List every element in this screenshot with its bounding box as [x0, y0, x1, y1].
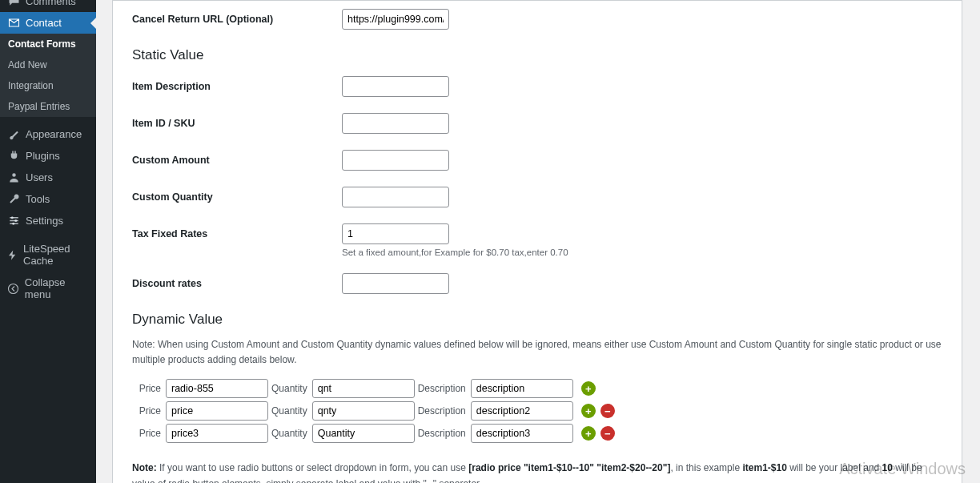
tax-hint: Set a fixed amount,for Example for $0.70… — [342, 248, 568, 257]
price-input[interactable] — [166, 401, 268, 421]
price-input[interactable] — [166, 424, 268, 443]
sidebar-item-label: Tools — [26, 193, 50, 205]
sidebar-item-users[interactable]: Users — [0, 167, 96, 188]
bolt-icon — [6, 249, 18, 261]
tax-label: Tax Fixed Rates — [132, 223, 342, 239]
remove-row-button[interactable]: − — [600, 426, 615, 441]
sidebar-item-settings[interactable]: Settings — [0, 210, 96, 231]
price-input[interactable] — [166, 379, 268, 398]
main-content: Cancel Return URL (Optional) Static Valu… — [96, 0, 980, 483]
item-id-label: Item ID / SKU — [132, 113, 342, 129]
qty-label: Quantity — [271, 405, 309, 417]
svg-point-4 — [8, 284, 18, 293]
sidebar-item-label: Collapse menu — [25, 276, 90, 300]
cancel-url-label: Cancel Return URL (Optional) — [132, 9, 342, 25]
user-icon — [6, 171, 21, 183]
admin-sidebar: Comments Contact Contact Forms Add New I… — [0, 0, 96, 483]
sidebar-item-appearance[interactable]: Appearance — [0, 123, 96, 145]
qty-input[interactable] — [312, 379, 415, 398]
brush-icon — [6, 128, 21, 140]
sidebar-item-label: Users — [26, 171, 53, 183]
svg-point-2 — [14, 219, 17, 222]
static-section-title: Static Value — [132, 38, 942, 68]
desc-label: Description — [418, 405, 468, 417]
custom-qty-input[interactable] — [342, 187, 449, 207]
discount-input[interactable] — [342, 273, 449, 294]
desc-input[interactable] — [471, 379, 573, 398]
desc-label: Description — [418, 428, 468, 439]
radio-note: Note: If you want to use radio buttons o… — [132, 456, 942, 483]
sidebar-item-contact[interactable]: Contact — [0, 12, 96, 34]
comment-icon — [6, 0, 21, 7]
qty-label: Quantity — [271, 383, 309, 394]
svg-point-0 — [12, 173, 16, 177]
mail-icon — [6, 17, 21, 29]
dynamic-row: Price Quantity Description + − — [132, 400, 942, 422]
sidebar-item-comments[interactable]: Comments — [0, 0, 96, 12]
sliders-icon — [6, 215, 21, 227]
price-label: Price — [132, 428, 163, 439]
desc-input[interactable] — [471, 424, 573, 443]
dynamic-rows: Price Quantity Description + Price Quant… — [132, 372, 942, 445]
plug-icon — [6, 150, 21, 162]
dynamic-row: Price Quantity Description + − — [132, 422, 942, 445]
dynamic-row: Price Quantity Description + — [132, 377, 942, 400]
add-row-button[interactable]: + — [581, 426, 596, 441]
collapse-icon — [6, 283, 20, 295]
item-id-input[interactable] — [342, 113, 449, 134]
settings-panel: Cancel Return URL (Optional) Static Valu… — [112, 0, 962, 483]
custom-amount-label: Custom Amount — [132, 150, 342, 166]
add-row-button[interactable]: + — [581, 404, 596, 418]
desc-label: Description — [418, 383, 468, 394]
dynamic-section-title: Dynamic Value — [132, 302, 942, 332]
remove-row-button[interactable]: − — [600, 404, 615, 418]
svg-point-3 — [12, 223, 14, 225]
price-label: Price — [132, 405, 163, 417]
sidebar-item-label: LiteSpeed Cache — [23, 243, 90, 267]
note-prefix: Note: — [132, 462, 159, 473]
sidebar-item-label: Contact — [26, 17, 62, 29]
custom-qty-label: Custom Quantity — [132, 187, 342, 203]
add-row-button[interactable]: + — [581, 381, 596, 396]
item-desc-label: Item Description — [132, 76, 342, 92]
sidebar-collapse[interactable]: Collapse menu — [0, 272, 96, 305]
sidebar-item-label: Plugins — [26, 150, 60, 162]
discount-label: Discount rates — [132, 273, 342, 289]
sidebar-subitem-addnew[interactable]: Add New — [0, 54, 96, 75]
price-label: Price — [132, 383, 163, 394]
sidebar-subitem-integ[interactable]: Integration — [0, 75, 96, 96]
wrench-icon — [6, 193, 21, 205]
dynamic-note: Note: When using Custom Amount and Custo… — [132, 332, 942, 372]
sidebar-submenu: Contact Forms Add New Integration Paypal… — [0, 34, 96, 117]
sidebar-item-label: Settings — [26, 215, 63, 227]
sidebar-subitem-entries[interactable]: Paypal Entries — [0, 96, 96, 117]
sidebar-item-label: Comments — [26, 0, 76, 7]
sidebar-item-litespeed[interactable]: LiteSpeed Cache — [0, 238, 96, 272]
svg-point-1 — [10, 216, 13, 219]
custom-amount-input[interactable] — [342, 150, 449, 171]
desc-input[interactable] — [471, 401, 573, 421]
cancel-url-input[interactable] — [342, 9, 449, 30]
sidebar-item-plugins[interactable]: Plugins — [0, 145, 96, 167]
sidebar-item-label: Appearance — [26, 128, 82, 140]
qty-input[interactable] — [312, 401, 415, 421]
sidebar-item-tools[interactable]: Tools — [0, 188, 96, 210]
sidebar-subitem-forms[interactable]: Contact Forms — [0, 34, 96, 54]
item-desc-input[interactable] — [342, 76, 449, 97]
tax-input[interactable] — [342, 223, 449, 244]
qty-label: Quantity — [271, 428, 309, 439]
qty-input[interactable] — [312, 424, 415, 443]
